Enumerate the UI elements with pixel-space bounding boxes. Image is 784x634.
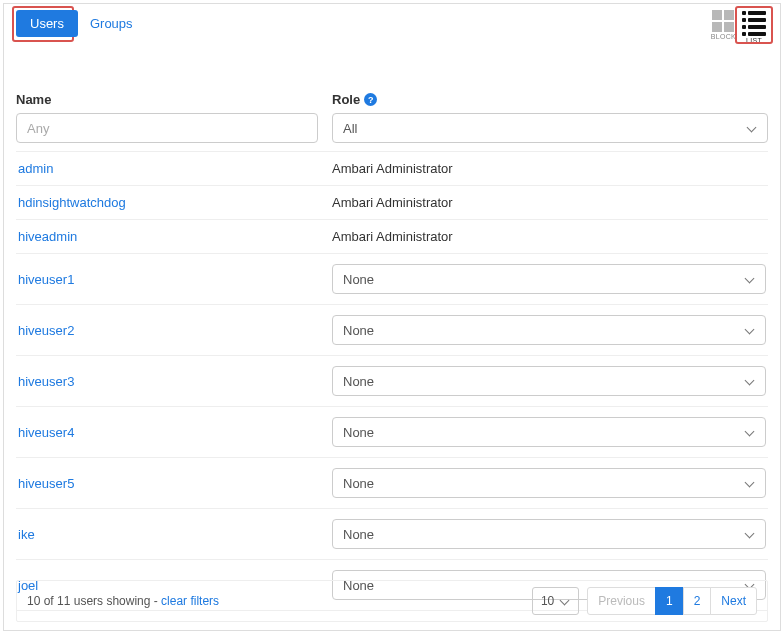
view-list-button[interactable]: LIST — [740, 10, 768, 44]
user-link[interactable]: hiveuser2 — [18, 323, 74, 338]
role-select-value: None — [343, 323, 374, 338]
chevron-down-icon — [745, 478, 755, 488]
name-filter-input[interactable] — [16, 113, 318, 143]
page-previous-button: Previous — [587, 587, 656, 615]
chevron-down-icon — [745, 274, 755, 284]
chevron-down-icon — [745, 427, 755, 437]
page-size-value: 10 — [541, 594, 554, 608]
clear-filters-link[interactable]: clear filters — [161, 594, 219, 608]
page-size-select[interactable]: 10 — [532, 587, 579, 615]
role-select-value: None — [343, 374, 374, 389]
user-link[interactable]: hiveuser5 — [18, 476, 74, 491]
role-select-value: None — [343, 425, 374, 440]
chevron-down-icon — [560, 596, 570, 606]
chevron-down-icon — [747, 123, 757, 133]
role-help-icon[interactable]: ? — [364, 93, 377, 106]
chevron-down-icon — [745, 325, 755, 335]
role-select[interactable]: None — [332, 264, 766, 294]
table-row: hiveuser5None — [16, 458, 768, 509]
user-link[interactable]: ike — [18, 527, 35, 542]
footer-summary: 10 of 11 users showing - — [27, 594, 161, 608]
block-icon — [712, 10, 734, 32]
tab-users[interactable]: Users — [16, 10, 78, 37]
role-select[interactable]: None — [332, 468, 766, 498]
user-table: adminAmbari Administratorhdinsightwatchd… — [16, 151, 768, 611]
view-block-label: BLOCK — [711, 33, 736, 40]
table-footer: 10 of 11 users showing - clear filters 1… — [16, 580, 768, 622]
role-filter-value: All — [343, 121, 357, 136]
user-link[interactable]: hiveuser1 — [18, 272, 74, 287]
role-select[interactable]: None — [332, 417, 766, 447]
role-select-value: None — [343, 272, 374, 287]
role-filter-select[interactable]: All — [332, 113, 768, 143]
user-link[interactable]: hiveuser3 — [18, 374, 74, 389]
pagination: Previous12Next — [587, 587, 757, 615]
column-header-name: Name — [16, 92, 318, 107]
chevron-down-icon — [745, 376, 755, 386]
entity-tabs: Users Groups — [16, 10, 137, 37]
role-select-value: None — [343, 476, 374, 491]
role-select[interactable]: None — [332, 315, 766, 345]
table-row: hiveuser1None — [16, 254, 768, 305]
user-link[interactable]: admin — [18, 161, 53, 176]
page-number-button[interactable]: 2 — [683, 587, 712, 615]
role-text: Ambari Administrator — [332, 229, 453, 244]
view-block-button[interactable]: BLOCK — [709, 10, 738, 40]
list-icon — [742, 10, 766, 36]
table-row: hiveuser4None — [16, 407, 768, 458]
role-select[interactable]: None — [332, 366, 766, 396]
role-text: Ambari Administrator — [332, 195, 453, 210]
user-link[interactable]: hiveadmin — [18, 229, 77, 244]
column-header-role: Role — [332, 92, 360, 107]
tab-groups[interactable]: Groups — [86, 10, 137, 37]
table-row: adminAmbari Administrator — [16, 152, 768, 186]
table-row: hdinsightwatchdogAmbari Administrator — [16, 186, 768, 220]
role-text: Ambari Administrator — [332, 161, 453, 176]
page-number-button[interactable]: 1 — [655, 587, 684, 615]
table-row: hiveadminAmbari Administrator — [16, 220, 768, 254]
table-row: ikeNone — [16, 509, 768, 560]
table-row: hiveuser2None — [16, 305, 768, 356]
role-select[interactable]: None — [332, 519, 766, 549]
chevron-down-icon — [745, 529, 755, 539]
user-link[interactable]: hiveuser4 — [18, 425, 74, 440]
view-list-label: LIST — [746, 37, 762, 44]
view-toggle: BLOCK LIST — [709, 10, 768, 44]
page-next-button[interactable]: Next — [710, 587, 757, 615]
user-link[interactable]: hdinsightwatchdog — [18, 195, 126, 210]
table-row: hiveuser3None — [16, 356, 768, 407]
role-select-value: None — [343, 527, 374, 542]
